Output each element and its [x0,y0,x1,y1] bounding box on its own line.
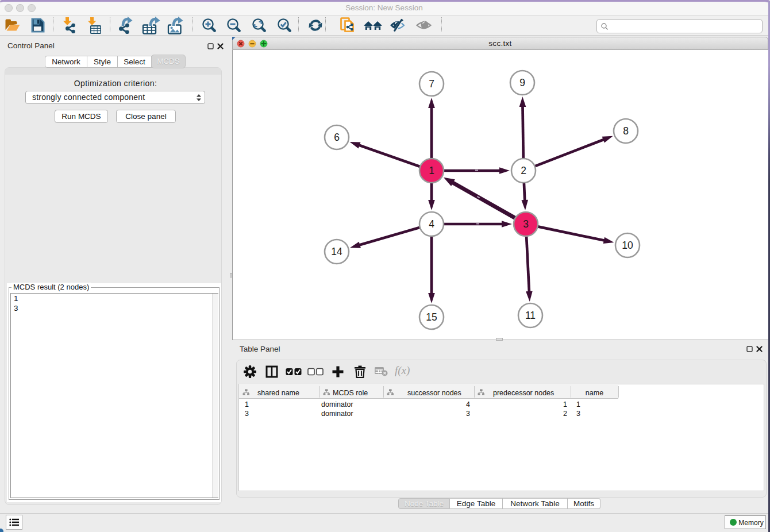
svg-text:2: 2 [521,165,526,176]
svg-text:15: 15 [426,311,437,323]
svg-text:7: 7 [429,78,434,90]
svg-text:8: 8 [623,125,629,137]
svg-text:11: 11 [525,310,536,321]
svg-text:9: 9 [519,77,525,88]
svg-text:6: 6 [334,132,340,143]
svg-text:3: 3 [523,218,529,230]
svg-text:14: 14 [331,246,342,257]
svg-text:10: 10 [622,240,633,251]
svg-text:4: 4 [429,218,434,230]
svg-text:1: 1 [429,165,434,176]
